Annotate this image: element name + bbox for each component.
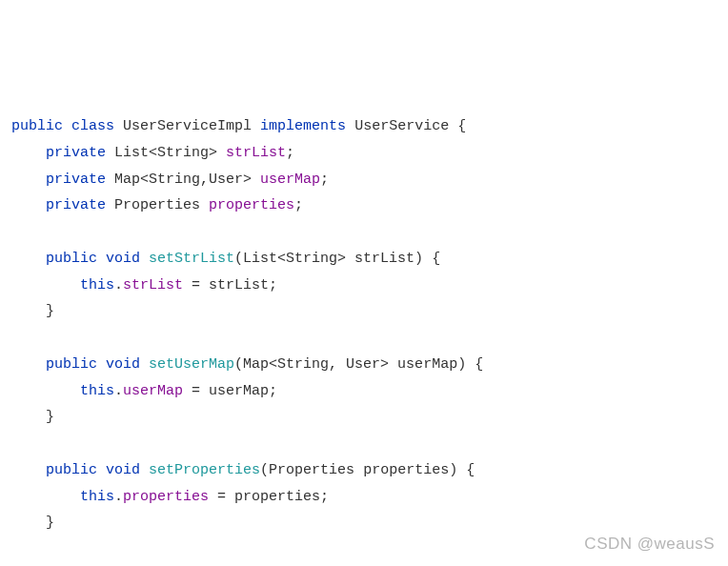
assign: = strList; <box>183 277 277 293</box>
kw-void: void <box>106 251 140 267</box>
semi: ; <box>320 172 329 188</box>
field-ref: properties <box>123 489 209 505</box>
kw-public: public <box>46 251 97 267</box>
field-ref: strList <box>123 277 183 293</box>
brace-close: } <box>46 303 54 319</box>
kw-this: this <box>80 489 114 505</box>
type: Map<String,User> <box>114 172 252 188</box>
brace: { <box>449 118 466 134</box>
params: (Properties properties) { <box>260 462 475 478</box>
dot: . <box>114 277 123 293</box>
dot: . <box>114 383 123 399</box>
kw-private: private <box>46 172 106 188</box>
field-ref: userMap <box>123 383 183 399</box>
kw-public: public <box>46 462 97 478</box>
class-name: UserServiceImpl <box>123 118 252 134</box>
type: Properties <box>114 197 200 213</box>
kw-private: private <box>46 197 106 213</box>
code-block: public class UserServiceImpl implements … <box>11 113 717 566</box>
kw-this: this <box>80 277 114 293</box>
dot: . <box>114 489 123 505</box>
field-strlist: strList <box>226 145 286 161</box>
kw-void: void <box>106 462 140 478</box>
method-setproperties: setProperties <box>149 462 260 478</box>
kw-this: this <box>80 383 114 399</box>
assign: = properties; <box>209 489 329 505</box>
type: List<String> <box>114 145 217 161</box>
assign: = userMap; <box>183 383 277 399</box>
method-setusermap: setUserMap <box>149 356 234 373</box>
interface-name: UserService <box>354 118 449 134</box>
semi: ; <box>286 145 294 161</box>
method-setstrlist: setStrList <box>149 251 234 267</box>
kw-void: void <box>106 356 140 373</box>
kw-public: public <box>11 118 63 134</box>
watermark: CSDN @weausS <box>584 529 715 558</box>
field-properties: properties <box>209 197 294 213</box>
kw-implements: implements <box>260 118 346 134</box>
kw-private: private <box>46 145 106 161</box>
brace-close: } <box>46 515 54 531</box>
params: (List<String> strList) { <box>234 251 440 267</box>
params: (Map<String, User> userMap) { <box>234 356 483 373</box>
semi: ; <box>294 197 303 213</box>
kw-class: class <box>71 118 114 134</box>
field-usermap: userMap <box>260 172 320 188</box>
brace-close: } <box>46 409 54 425</box>
kw-public: public <box>46 356 97 373</box>
